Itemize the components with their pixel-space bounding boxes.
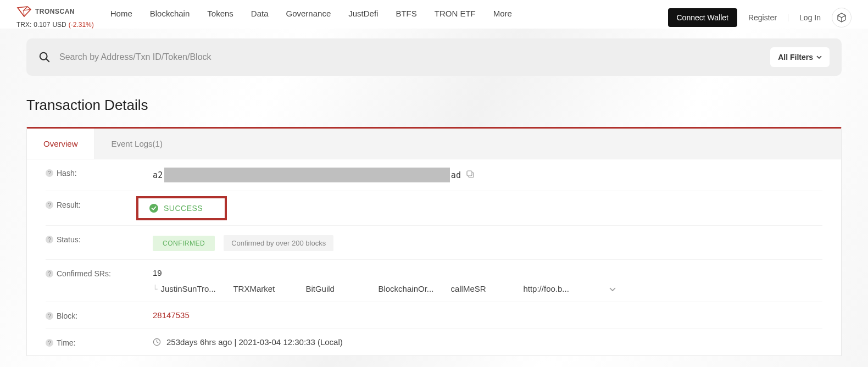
page-title: Transaction Details <box>26 97 842 114</box>
nav-data[interactable]: Data <box>251 9 269 18</box>
svg-line-1 <box>46 59 49 62</box>
register-link[interactable]: Register <box>748 13 777 22</box>
svg-rect-3 <box>467 171 472 176</box>
sr-item[interactable]: JustinSunTro... <box>160 284 233 293</box>
chevron-down-icon <box>609 287 616 292</box>
tab-overview[interactable]: Overview <box>27 129 95 159</box>
nav-btfs[interactable]: BTFS <box>396 9 416 18</box>
sr-count: 19 <box>153 268 822 277</box>
copy-icon <box>466 170 474 178</box>
help-icon[interactable]: ? <box>46 236 53 243</box>
time-value: 253days 6hrs ago | 2021-03-04 12:30:33 (… <box>166 337 343 347</box>
svg-point-4 <box>149 204 158 213</box>
time-label: Time: <box>57 338 75 347</box>
login-link[interactable]: Log In <box>799 13 821 22</box>
nav-home[interactable]: Home <box>110 9 132 18</box>
confirmed-srs-label: Confirmed SRs: <box>57 269 111 278</box>
transaction-panel: Overview Event Logs(1) ? Hash: a2 ad <box>26 127 842 356</box>
status-label: Status: <box>57 235 81 244</box>
clock-icon <box>153 338 161 346</box>
tronscan-logo-icon <box>16 5 32 18</box>
status-badge: CONFIRMED <box>153 236 215 251</box>
hash-redacted <box>164 168 450 182</box>
nav-justdefi[interactable]: JustDefi <box>348 9 378 18</box>
trx-price: TRX: 0.107 USD (-2.31%) <box>16 21 94 29</box>
block-link[interactable]: 28147535 <box>153 310 190 320</box>
tree-icon: └ <box>153 285 157 293</box>
search-filters-button[interactable]: All Filters <box>770 47 830 67</box>
copy-hash-button[interactable] <box>466 170 474 180</box>
nav-more[interactable]: More <box>493 9 512 18</box>
help-icon[interactable]: ? <box>46 339 53 347</box>
sr-item[interactable]: TRXMarket <box>233 284 305 293</box>
sr-item[interactable]: http://foo.b... <box>523 284 596 293</box>
hash-label: Hash: <box>57 169 77 177</box>
price-currency: USD <box>52 21 66 29</box>
chevron-down-icon <box>816 55 822 59</box>
brand-logo[interactable]: TRONSCAN <box>16 5 94 18</box>
apps-button[interactable] <box>832 8 852 27</box>
hash-value: a2 ad <box>153 168 822 182</box>
search-icon <box>38 51 51 63</box>
help-icon[interactable]: ? <box>46 270 53 277</box>
result-value: SUCCESS <box>164 204 203 213</box>
nav-blockchain[interactable]: Blockchain <box>150 9 190 18</box>
expand-srs-button[interactable] <box>609 285 616 293</box>
nav-tronetf[interactable]: TRON ETF <box>435 9 476 18</box>
status-note: Confirmed by over 200 blocks <box>224 235 333 251</box>
nav-tokens[interactable]: Tokens <box>207 9 233 18</box>
price-value: 0.107 <box>34 21 50 29</box>
price-change: (-2.31%) <box>69 21 94 29</box>
tab-event-logs[interactable]: Event Logs(1) <box>95 129 179 159</box>
hash-prefix: a2 <box>153 170 163 180</box>
price-label: TRX: <box>16 21 31 29</box>
brand-name: TRONSCAN <box>35 8 75 15</box>
filters-label: All Filters <box>778 53 813 62</box>
hash-suffix: ad <box>451 170 461 180</box>
main-nav: Home Blockchain Tokens Data Governance J… <box>110 9 512 18</box>
cube-icon <box>837 13 847 23</box>
result-label: Result: <box>57 201 81 209</box>
help-icon[interactable]: ? <box>46 169 53 177</box>
help-icon[interactable]: ? <box>46 201 53 209</box>
divider <box>788 14 788 21</box>
sr-item[interactable]: BitGuild <box>305 284 378 293</box>
connect-wallet-button[interactable]: Connect Wallet <box>668 8 737 27</box>
check-circle-icon <box>149 204 158 213</box>
sr-item[interactable]: callMeSR <box>450 284 523 293</box>
result-box-highlight: SUCCESS <box>136 196 227 220</box>
nav-governance[interactable]: Governance <box>286 9 331 18</box>
search-bar: All Filters <box>26 38 842 76</box>
search-input[interactable] <box>59 52 770 62</box>
block-label: Block: <box>57 312 77 320</box>
help-icon[interactable]: ? <box>46 312 53 320</box>
sr-list: └ JustinSunTro... TRXMarket BitGuild Blo… <box>153 284 822 293</box>
sr-item[interactable]: BlockchainOr... <box>378 284 450 293</box>
